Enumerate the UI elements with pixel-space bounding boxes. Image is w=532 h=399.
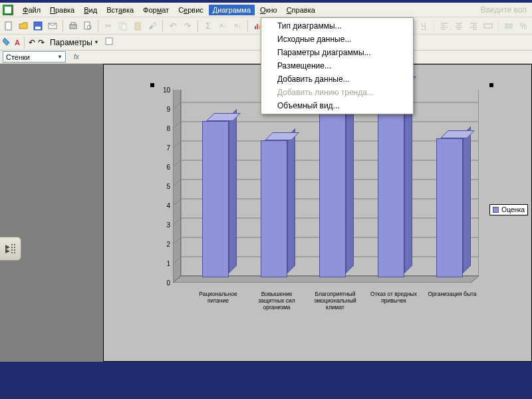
toolbar-options-icon[interactable]: [104, 37, 114, 48]
save-icon[interactable]: [32, 20, 44, 32]
undo-icon[interactable]: ↶: [167, 20, 179, 32]
align-right-icon[interactable]: [467, 20, 479, 32]
menu-location[interactable]: Размещение...: [261, 59, 413, 72]
menu-3d-view[interactable]: Объемный вид...: [261, 99, 413, 112]
x-axis-labels: Рациональное питаниеВовышение защитных с…: [189, 291, 481, 311]
menu-file[interactable]: Файл: [19, 5, 45, 15]
underline-icon[interactable]: Ч: [418, 20, 430, 32]
x-tick-label: Вовышение защитных сил организма: [247, 291, 306, 311]
sort-desc-icon[interactable]: Я↓: [231, 20, 243, 32]
y-tick-label: 2: [166, 241, 170, 248]
new-icon[interactable]: [3, 20, 15, 32]
name-box[interactable]: Стенки ▼: [3, 51, 66, 63]
percent-icon[interactable]: %: [517, 20, 529, 32]
legend-label: Оценка: [501, 206, 525, 213]
svg-rect-9: [122, 24, 126, 30]
chevron-right-icon: ▶▶: [5, 245, 10, 253]
paste-icon[interactable]: [132, 20, 144, 32]
y-tick-label: 5: [166, 183, 170, 190]
selection-handle[interactable]: [150, 83, 154, 87]
name-box-value: Стенки: [6, 53, 30, 61]
y-tick-label: 0: [166, 279, 170, 287]
menu-insert[interactable]: Вставка: [102, 5, 138, 15]
preview-icon[interactable]: [82, 20, 94, 32]
svg-rect-11: [255, 26, 256, 29]
chevron-down-icon: ▼: [57, 54, 63, 60]
y-tick-label: 6: [166, 164, 170, 171]
menu-help[interactable]: Справка: [283, 5, 319, 15]
menu-add-data[interactable]: Добавить данные...: [261, 72, 413, 86]
gray-gutter: ▶▶: [0, 64, 103, 362]
parameters-dropdown[interactable]: Параметры ▼: [47, 37, 102, 48]
open-icon[interactable]: [17, 20, 29, 32]
font-color-icon[interactable]: А: [15, 39, 20, 47]
svg-rect-12: [257, 24, 258, 29]
menu-chart[interactable]: Диаграмма: [209, 5, 255, 15]
y-tick-label: 1: [166, 260, 170, 267]
x-tick-label: Рациональное питание: [189, 291, 247, 311]
format-painter-icon[interactable]: 🖌: [146, 20, 158, 32]
undo2-icon[interactable]: ↶: [29, 38, 35, 47]
copy-icon[interactable]: [117, 20, 129, 32]
x-tick-label: Благоприятный эмоциональный климат: [306, 291, 364, 311]
legend-swatch: [493, 207, 499, 213]
bars-layer: [173, 90, 479, 283]
menu-view[interactable]: Вид: [80, 5, 101, 15]
svg-rect-2: [35, 27, 41, 29]
menu-chart-options[interactable]: Параметры диаграммы...: [261, 46, 413, 59]
y-tick-label: 8: [166, 125, 170, 132]
y-tick-label: 7: [166, 144, 170, 152]
y-tick-label: 4: [166, 202, 170, 209]
menubar: Файл Правка Вид Вставка Формат Сервис Ди…: [0, 3, 532, 17]
x-tick-label: Организация быта: [423, 291, 481, 311]
menu-tools[interactable]: Сервис: [174, 5, 207, 15]
menu-add-trendline: Добавить линию тренда...: [261, 86, 413, 99]
chart-area[interactable]: 012345678910 Рациональное питаниеВовышен…: [144, 78, 525, 324]
align-left-icon[interactable]: [438, 20, 450, 32]
y-tick-label: 10: [163, 86, 170, 94]
svg-rect-16: [484, 24, 492, 28]
y-tick-label: 9: [166, 106, 170, 113]
svg-rect-0: [5, 22, 11, 30]
menu-chart-type[interactable]: Тип диаграммы...: [261, 19, 413, 33]
parameters-label: Параметры: [50, 38, 92, 47]
mail-icon[interactable]: [47, 20, 59, 32]
fx-icon[interactable]: fx: [74, 53, 79, 61]
svg-rect-5: [71, 23, 75, 25]
svg-rect-4: [70, 25, 76, 29]
menu-edit[interactable]: Правка: [46, 5, 78, 15]
cut-icon[interactable]: ✂: [102, 20, 114, 32]
svg-rect-10: [135, 23, 140, 30]
svg-rect-13: [259, 25, 260, 29]
svg-rect-17: [505, 24, 512, 28]
taskpane-toggle[interactable]: ▶▶: [0, 237, 21, 261]
selection-handle[interactable]: [489, 83, 493, 87]
chevron-down-icon: ▼: [94, 39, 99, 45]
y-axis-labels: 012345678910: [157, 90, 170, 283]
menu-format[interactable]: Формат: [139, 5, 173, 15]
y-tick-label: 3: [166, 221, 170, 229]
menu-source-data[interactable]: Исходные данные...: [261, 33, 413, 46]
sort-asc-icon[interactable]: А↓: [217, 20, 229, 32]
align-center-icon[interactable]: [453, 20, 465, 32]
print-icon[interactable]: [67, 20, 79, 32]
chart-menu-dropdown: Тип диаграммы... Исходные данные... Пара…: [261, 17, 414, 114]
currency-icon[interactable]: [503, 20, 515, 32]
ask-help-input[interactable]: Введите воп: [481, 5, 529, 15]
autosum-icon[interactable]: Σ: [202, 20, 214, 32]
redo-icon[interactable]: ↷: [182, 20, 194, 32]
svg-rect-18: [106, 38, 112, 45]
redo2-icon[interactable]: ↷: [38, 38, 45, 47]
fill-color-icon[interactable]: [3, 37, 12, 48]
app-icon: [3, 5, 13, 15]
merge-icon[interactable]: [482, 20, 494, 32]
menu-window[interactable]: Окно: [256, 5, 281, 15]
x-tick-label: Отказ от вредных привычек: [364, 291, 423, 311]
legend[interactable]: Оценка: [489, 204, 528, 215]
